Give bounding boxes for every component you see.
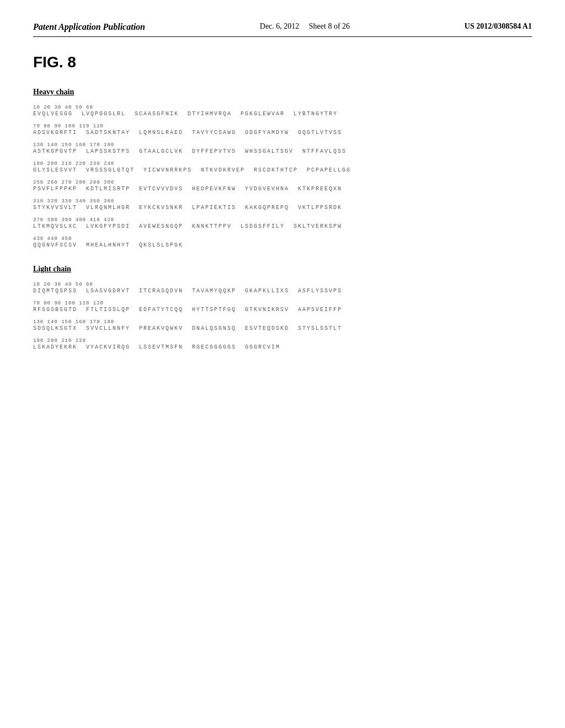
figure-title: FIG. 8 <box>33 53 532 71</box>
heavy-chain-row-2: 70 80 90 100 110 120 ADSVKGRFTI SADTSKNT… <box>33 124 532 136</box>
page-container: Patent Application Publication Dec. 6, 2… <box>0 0 565 728</box>
header-center: Dec. 6, 2012 Sheet 8 of 26 <box>260 22 350 31</box>
heavy-chain-row-5: 250 260 270 280 290 300 PSVFLFPPKP KDTLM… <box>33 180 532 192</box>
publication-title: Patent Application Publication <box>33 22 145 32</box>
page-header: Patent Application Publication Dec. 6, 2… <box>33 22 532 37</box>
light-chain-row-1: 10 20 30 40 50 60 DIQMTQSPSS LSASVGDRVT … <box>33 282 532 294</box>
publication-date: Dec. 6, 2012 <box>260 22 300 30</box>
patent-number: US 2012/0308584 A1 <box>465 22 532 31</box>
heavy-chain-row-4: 190 200 210 220 230 240 GLYSLESVVT VRSSS… <box>33 161 532 173</box>
sheet-info: Sheet 8 of 26 <box>309 22 350 30</box>
heavy-chain-row-3: 130 140 150 160 170 180 ASTKGPGVTP LAPSS… <box>33 142 532 154</box>
heavy-chain-section: Heavy chain 10 20 30 40 50 60 EVQLVESGG … <box>33 88 532 248</box>
heavy-chain-row-1: 10 20 30 40 50 60 EVQLVESGG LVQPGGSLRL S… <box>33 105 532 117</box>
heavy-chain-row-7: 370 380 390 400 410 420 LTKMQVSLXC LVKGF… <box>33 217 532 229</box>
light-chain-label: Light chain <box>33 265 532 274</box>
heavy-chain-row-8: 430 440 450 QQGNVFSCSV MHEALHNHYT QKSLSL… <box>33 236 532 248</box>
light-chain-row-4: 190 200 210 220 LSKADYEKRK VYACKVIRQG LS… <box>33 338 532 350</box>
heavy-chain-row-6: 310 320 330 340 350 360 STYKVVSVLT VLRQN… <box>33 199 532 211</box>
light-chain-row-3: 130 140 150 160 170 180 SDSQLKSGTX SVVCL… <box>33 319 532 331</box>
light-chain-section: Light chain 10 20 30 40 50 60 DIQMTQSPSS… <box>33 265 532 350</box>
heavy-chain-label: Heavy chain <box>33 88 532 97</box>
light-chain-row-2: 70 80 90 100 110 120 RFSGSBSGTD FTLTISSL… <box>33 301 532 313</box>
